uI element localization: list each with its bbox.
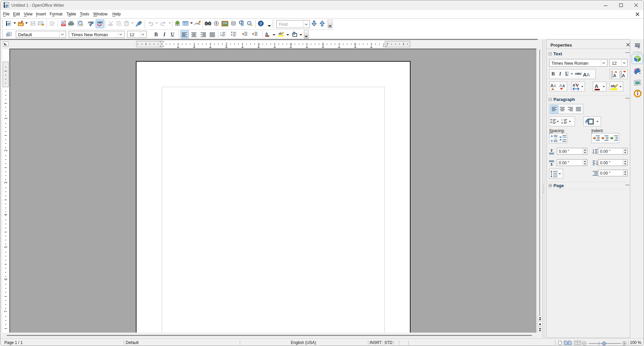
svg-text:5: 5: [322, 42, 324, 46]
svg-text:PDF: PDF: [62, 24, 66, 26]
svg-text:A: A: [554, 84, 556, 88]
svg-text:A: A: [562, 84, 565, 88]
svg-text:?: ?: [260, 21, 262, 26]
svg-text:ABC: ABC: [88, 21, 94, 24]
svg-text:1: 1: [193, 42, 195, 46]
svg-text:3: 3: [4, 182, 8, 184]
svg-text:A: A: [586, 72, 590, 77]
svg-text:II: II: [561, 122, 563, 124]
svg-text:N: N: [637, 91, 638, 93]
svg-text:A: A: [573, 83, 575, 87]
svg-text:A: A: [613, 73, 616, 78]
svg-text:2: 2: [225, 42, 227, 46]
svg-text:ABC: ABC: [97, 21, 103, 24]
svg-text:4: 4: [4, 214, 8, 216]
svg-text:ab: ab: [611, 84, 615, 88]
svg-text:A: A: [550, 83, 554, 88]
svg-text:A: A: [559, 83, 562, 88]
svg-text:7: 7: [4, 310, 8, 312]
svg-text:I: I: [561, 119, 562, 121]
svg-text:A: A: [622, 73, 625, 78]
svg-text:4: 4: [290, 42, 292, 46]
svg-text:6: 6: [4, 278, 8, 280]
svg-text:A: A: [265, 32, 268, 36]
svg-text:5: 5: [4, 246, 8, 248]
svg-text:I: I: [220, 32, 221, 34]
svg-text:3: 3: [258, 42, 260, 46]
svg-text:1: 1: [4, 117, 8, 119]
svg-text:7: 7: [386, 42, 388, 46]
svg-text:A: A: [595, 83, 598, 89]
svg-text:6: 6: [354, 42, 356, 46]
svg-text:2: 2: [4, 150, 8, 152]
svg-text:II: II: [220, 34, 222, 36]
